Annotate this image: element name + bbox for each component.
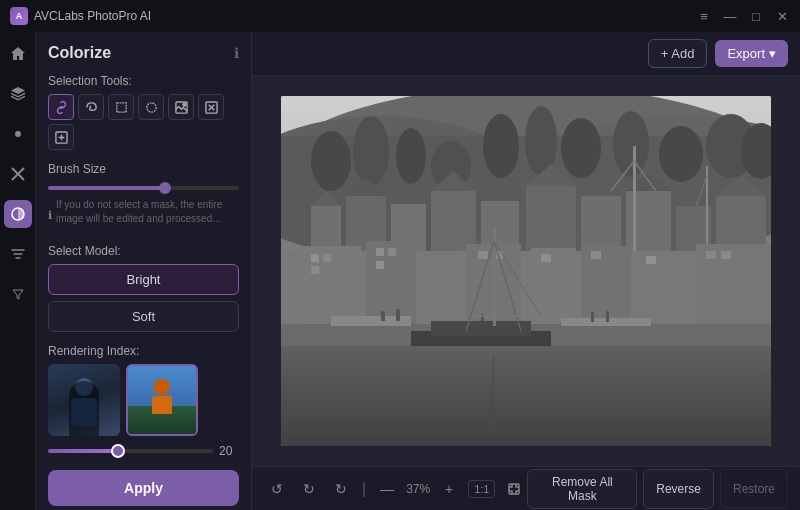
svg-rect-67 [721,251,731,259]
filter-icon[interactable] [4,280,32,308]
select-model-label: Select Model: [48,244,239,258]
svg-rect-73 [396,309,400,321]
app-logo: A [10,7,28,25]
add-select-tool[interactable] [48,124,74,150]
brush-size-label: Brush Size [48,162,239,176]
redo-back-button[interactable]: ↻ [296,476,322,502]
render-slider-fill [48,449,114,453]
fit-view-button[interactable] [501,476,527,502]
close-icon[interactable]: ✕ [774,9,790,24]
svg-rect-25 [311,206,341,251]
add-button[interactable]: + Add [648,39,708,68]
colorize-icon[interactable] [4,200,32,228]
link-tool[interactable] [48,94,74,120]
zoom-out-button[interactable]: — [374,476,400,502]
svg-rect-61 [478,251,488,259]
svg-rect-34 [716,196,766,251]
model-buttons: Bright Soft [48,264,239,332]
selection-tools-row [48,94,239,150]
rect-select-tool[interactable] [108,94,134,120]
layers-icon[interactable] [4,80,32,108]
menu-icon[interactable]: ≡ [696,9,712,24]
icon-bar [0,32,36,510]
svg-rect-32 [626,191,671,251]
svg-rect-63 [541,254,551,262]
panel-header: Colorize ℹ [48,44,239,62]
zoom-controls: ↺ ↻ ↻ | — 37% + 1:1 [264,476,527,502]
ellipse-select-tool[interactable] [138,94,164,120]
selection-tools-label: Selection Tools: [48,74,239,88]
bright-model-button[interactable]: Bright [48,264,239,295]
svg-rect-59 [388,248,396,256]
effects-icon[interactable] [4,120,32,148]
bw-harbor-image [281,96,771,446]
render-slider-thumb[interactable] [111,444,125,458]
remove-select-tool[interactable] [198,94,224,120]
render-slider[interactable] [48,449,213,453]
svg-rect-76 [606,311,609,322]
svg-point-16 [396,128,426,184]
minimize-icon[interactable]: — [722,9,738,24]
panel-title: Colorize [48,44,111,62]
apply-button[interactable]: Apply [48,470,239,506]
export-chevron: ▾ [769,46,776,61]
svg-rect-75 [591,312,594,322]
maximize-icon[interactable]: □ [748,9,764,24]
title-bar-controls: ≡ — □ ✕ [696,9,790,24]
reverse-button[interactable]: Reverse [643,469,714,509]
brush-hint: If you do not select a mask, the entire … [56,198,239,226]
image-select-tool[interactable] [168,94,194,120]
zoom-in-button[interactable]: + [436,476,462,502]
main-layout: Colorize ℹ Selection Tools: [0,32,800,510]
svg-rect-64 [591,251,601,259]
selection-tools-section: Selection Tools: [48,74,239,150]
adjust-icon[interactable] [4,240,32,268]
svg-rect-49 [421,251,461,331]
side-panel: Colorize ℹ Selection Tools: [36,32,252,510]
svg-rect-28 [431,191,476,251]
zoom-reset-button[interactable]: 1:1 [468,480,495,498]
zoom-percent: 37% [406,482,430,496]
remove-icon[interactable] [4,160,32,188]
render-thumb-1[interactable] [48,364,120,436]
svg-rect-29 [481,201,519,251]
svg-rect-58 [376,248,384,256]
rendering-index-section: Rendering Index: [48,344,239,458]
image-viewport[interactable] [252,76,800,466]
redo-forward-button[interactable]: ↻ [328,476,354,502]
svg-point-18 [483,114,519,178]
svg-rect-2 [116,102,125,111]
undo-button[interactable]: ↺ [264,476,290,502]
home-icon[interactable] [4,40,32,68]
rendering-thumbnails [48,364,239,436]
svg-rect-66 [706,251,716,259]
render-thumb-2[interactable] [126,364,198,436]
header-bar: + Add Export ▾ [252,32,800,76]
svg-rect-31 [581,196,621,251]
svg-point-21 [613,111,649,177]
svg-point-15 [353,116,389,186]
select-model-section: Select Model: Bright Soft [48,244,239,332]
svg-point-0 [15,131,21,137]
info-icon[interactable]: ℹ [234,45,239,61]
svg-rect-44 [706,166,708,256]
svg-rect-30 [526,186,576,251]
svg-rect-96 [509,484,519,494]
export-button[interactable]: Export ▾ [715,40,788,67]
brush-size-section: Brush Size ℹ If you do not select a mask… [48,162,239,232]
lasso-tool[interactable] [78,94,104,120]
harbor-svg [281,96,771,446]
canvas-area: + Add Export ▾ [252,32,800,510]
title-bar: A AVCLabs PhotoPro AI ≡ — □ ✕ [0,0,800,32]
bottom-toolbar: ↺ ↻ ↻ | — 37% + 1:1 [252,466,800,510]
svg-point-5 [182,103,185,106]
brush-size-slider[interactable] [48,186,239,190]
restore-button[interactable]: Restore [720,469,788,509]
svg-rect-80 [431,321,531,336]
remove-all-mask-button[interactable]: Remove All Mask [527,469,637,509]
brush-size-fill [48,186,163,190]
svg-rect-72 [381,311,385,321]
svg-rect-57 [311,266,319,274]
soft-model-button[interactable]: Soft [48,301,239,332]
brush-size-thumb[interactable] [159,182,171,194]
